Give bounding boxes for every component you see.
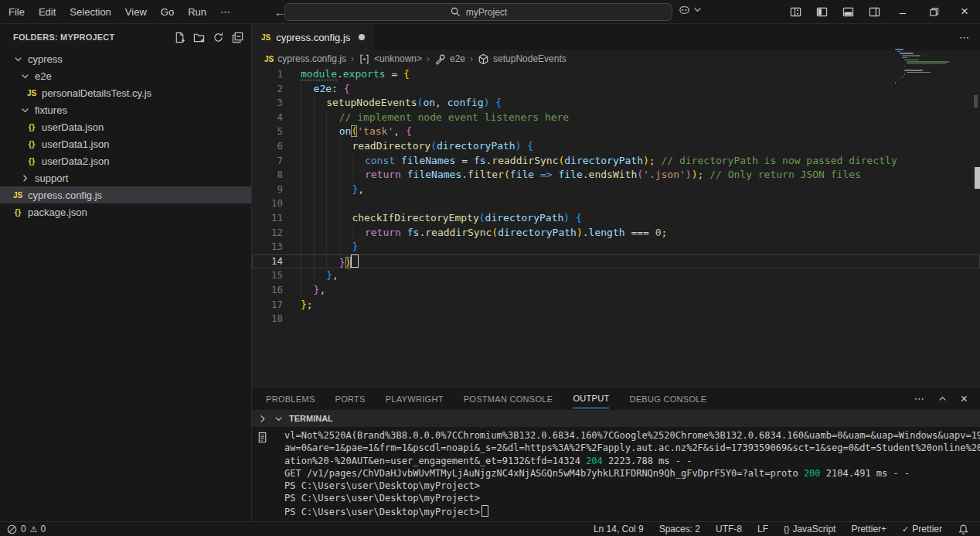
code-line-1: 1module.exports = { bbox=[252, 67, 980, 82]
close-button[interactable]: × bbox=[949, 0, 980, 23]
tree-file-cypress-config-js[interactable]: JScypress.config.js bbox=[0, 186, 251, 203]
panel-more-actions-icon[interactable]: ⋯ bbox=[914, 393, 924, 405]
copilot-menu[interactable] bbox=[679, 4, 703, 15]
line-number: 16 bbox=[252, 283, 283, 298]
status-indentation[interactable]: Spaces: 2 bbox=[659, 524, 700, 534]
menu-edit[interactable]: Edit bbox=[32, 4, 63, 20]
tree-file-userdata2-json[interactable]: {}userData2.json bbox=[0, 152, 251, 169]
tree-file-package-json[interactable]: {}package.json bbox=[0, 203, 251, 220]
code-text: } bbox=[301, 240, 358, 254]
line-number: 6 bbox=[252, 139, 283, 154]
status-formatter[interactable]: ✓Prettier bbox=[902, 524, 942, 534]
copilot-icon bbox=[679, 4, 690, 15]
new-folder-icon[interactable] bbox=[193, 32, 205, 43]
editor-more-actions-icon[interactable]: ⋯ bbox=[959, 32, 969, 43]
terminal-section-header[interactable]: TERMINAL bbox=[252, 410, 980, 427]
status-language-mode[interactable]: {}JavaScript bbox=[784, 524, 835, 534]
new-file-icon[interactable] bbox=[174, 32, 185, 43]
tree-file-userdata-json[interactable]: {}userData.json bbox=[0, 118, 251, 135]
problems-status[interactable]: 0⚠0 bbox=[0, 524, 46, 535]
status-bar: 0⚠0 Ln 14, Col 9Spaces: 2UTF-8LF{}JavaSc… bbox=[0, 521, 980, 536]
text-cursor bbox=[351, 254, 359, 268]
menu-go[interactable]: Go bbox=[154, 4, 181, 20]
code-line-16: 16}, bbox=[252, 283, 980, 298]
code-line-7: 7const fileNames = fs.readdirSync(direct… bbox=[252, 154, 980, 169]
tree-folder-fixtures[interactable]: fixtures bbox=[0, 101, 251, 118]
menu-more[interactable]: ⋯ bbox=[213, 4, 237, 20]
json-file-icon: {} bbox=[25, 122, 39, 131]
command-center-search[interactable]: myProject bbox=[284, 3, 672, 21]
breadcrumb-label: cypress.config.js bbox=[277, 53, 346, 64]
tree-folder-support[interactable]: support bbox=[0, 169, 251, 186]
panel-tab-postman-console[interactable]: POSTMAN CONSOLE bbox=[464, 390, 553, 408]
panel-tab-output[interactable]: OUTPUT bbox=[573, 389, 609, 408]
line-number: 10 bbox=[252, 196, 283, 211]
code-line-4: 4// implement node event listeners here bbox=[252, 111, 980, 125]
breadcrumb-item-cypress-config-js[interactable]: JScypress.config.js bbox=[264, 53, 346, 64]
restore-button[interactable] bbox=[918, 0, 949, 23]
terminal-output[interactable]: vl=Not%2520A(Brand%3B8.0.0.0%7CChromium%… bbox=[252, 427, 980, 524]
refresh-explorer-icon[interactable] bbox=[213, 32, 224, 43]
line-number: 17 bbox=[252, 298, 283, 312]
check-icon: ✓ bbox=[902, 524, 909, 534]
menu-view[interactable]: View bbox=[118, 4, 154, 20]
menu-run[interactable]: Run bbox=[181, 4, 213, 20]
code-text: return fs.readdirSync(directoryPath).len… bbox=[301, 226, 667, 241]
error-count[interactable]: 0 bbox=[6, 524, 26, 535]
line-number: 15 bbox=[252, 268, 283, 283]
collapse-folders-icon[interactable] bbox=[232, 32, 243, 43]
statusbar-right: Ln 14, Col 9Spaces: 2UTF-8LF{}JavaScript… bbox=[594, 524, 980, 535]
breadcrumb-item-setupnodeevents[interactable]: setupNodeEvents bbox=[478, 53, 567, 65]
terminal-prompt-line: PS C:\Users\user\Desktop\myProject> bbox=[284, 492, 980, 504]
maximize-panel-icon[interactable] bbox=[937, 393, 948, 405]
breadcrumb-item-e2e[interactable]: e2e bbox=[434, 53, 465, 65]
breadcrumb-separator: › bbox=[427, 53, 430, 64]
line-number: 18 bbox=[252, 312, 283, 326]
tree-item-label: userData.json bbox=[42, 121, 104, 133]
toggle-panel-icon[interactable] bbox=[835, 0, 861, 23]
code-text: return fileNames.filter(file => file.end… bbox=[301, 168, 861, 183]
tree-folder-e2e[interactable]: e2e bbox=[0, 67, 251, 84]
chevron-right-icon[interactable] bbox=[257, 413, 268, 425]
status-notifications[interactable] bbox=[958, 524, 969, 535]
status-cursor-position[interactable]: Ln 14, Col 9 bbox=[594, 524, 644, 534]
customize-layout-icon[interactable] bbox=[782, 0, 808, 23]
toggle-secondary-sidebar-icon[interactable] bbox=[861, 0, 887, 23]
warning-icon: ⚠ bbox=[30, 524, 38, 534]
status-eol[interactable]: LF bbox=[757, 524, 768, 534]
close-panel-icon[interactable]: × bbox=[961, 392, 968, 406]
code-line-9: 9}, bbox=[252, 183, 980, 197]
warning-count[interactable]: ⚠0 bbox=[30, 524, 46, 534]
terminal-prompt-line: PS C:\Users\user\Desktop\myProject> bbox=[284, 480, 980, 492]
panel-tab-debug-console[interactable]: DEBUG CONSOLE bbox=[629, 390, 706, 408]
toggle-secondary-sidebar-icon bbox=[869, 6, 880, 18]
panel-tab-playwright[interactable]: PLAYWRIGHT bbox=[386, 390, 444, 408]
minimap[interactable] bbox=[895, 49, 969, 87]
title-bar: FileEditSelectionViewGoRun⋯ ← → myProjec… bbox=[0, 0, 980, 24]
tree-item-label: cypress.config.js bbox=[28, 189, 102, 201]
editor-scrollbar[interactable] bbox=[975, 167, 980, 189]
panel-tab-problems[interactable]: PROBLEMS bbox=[266, 390, 315, 408]
breadcrumb-item--unknown-[interactable]: <unknown> bbox=[359, 53, 422, 65]
tree-folder-cypress[interactable]: cypress bbox=[0, 50, 251, 67]
modified-dot-icon[interactable] bbox=[359, 34, 365, 40]
tree-file-personaldetailstest-cy-js[interactable]: JSpersonalDetailsTest.cy.js bbox=[0, 84, 251, 101]
menu-file[interactable]: File bbox=[2, 4, 32, 20]
code-editor[interactable]: 1module.exports = {2e2e: {3setupNodeEven… bbox=[252, 67, 980, 387]
tree-file-userdata1-json[interactable]: {}userData1.json bbox=[0, 135, 251, 152]
chevron-down-icon[interactable] bbox=[273, 413, 284, 425]
status-encoding[interactable]: UTF-8 bbox=[716, 524, 742, 534]
status-prettier-plus[interactable]: Prettier+ bbox=[851, 524, 886, 534]
terminal-log-line: ation%20-%20AUT&en=user_engagement&_et=9… bbox=[284, 455, 980, 467]
panel-tab-ports[interactable]: PORTS bbox=[335, 390, 366, 408]
line-number: 14 bbox=[252, 254, 283, 269]
code-line-11: 11checkIfDirectoryEmpty(directoryPath) { bbox=[252, 211, 980, 226]
panel-actions: ⋯× bbox=[914, 392, 980, 406]
tab-cypress-config[interactable]: JS cypress.config.js bbox=[252, 24, 374, 50]
toggle-sidebar-icon bbox=[816, 6, 828, 18]
explorer-header: FOLDERS: MYPROJECT bbox=[0, 24, 251, 50]
toggle-sidebar-icon[interactable] bbox=[808, 0, 835, 23]
menu-selection[interactable]: Selection bbox=[63, 4, 117, 20]
minimize-button[interactable]: – bbox=[887, 0, 918, 23]
code-line-10: 10 bbox=[252, 196, 980, 211]
